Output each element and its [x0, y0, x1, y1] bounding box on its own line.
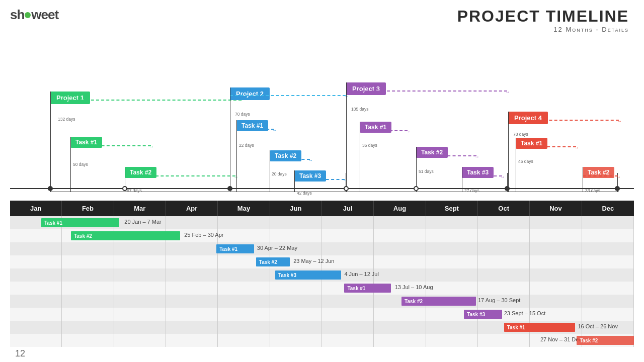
main-title: Project Timeline — [457, 7, 629, 26]
table-row: Task #1 20 Jan – 7 Mar — [10, 216, 634, 229]
timeline-bar — [10, 188, 634, 189]
task-date-p3t1: 13 Jul – 10 Aug — [395, 284, 433, 290]
dot-7 — [615, 186, 620, 191]
task-date-p1t2: 25 Feb – 30 Apr — [184, 232, 223, 238]
task-bar-p1t1: Task #1 — [41, 218, 119, 227]
task-date-p2t3: 4 Jun – 12 Jul — [344, 271, 379, 277]
project3-box: Project 3 — [346, 82, 386, 95]
dot-1 — [48, 186, 53, 191]
month-apr: Apr — [166, 201, 218, 216]
month-nov: Nov — [530, 201, 582, 216]
logo: sh weet — [10, 7, 58, 23]
task-bar-p2t1: Task #1 — [216, 244, 254, 253]
month-jan: Jan — [10, 201, 62, 216]
table-row: Task #2 25 Feb – 30 Apr — [10, 229, 634, 242]
logo-text-before: sh — [10, 7, 24, 23]
dot-6 — [505, 186, 510, 191]
subtitle: 12 Months - Details — [457, 26, 629, 33]
task-bar-p1t2: Task #2 — [71, 231, 180, 240]
project4-box: Project 4 — [508, 112, 548, 124]
month-feb: Feb — [62, 201, 114, 216]
task-date-p1t1: 20 Jan – 7 Mar — [124, 219, 161, 225]
dot-4 — [344, 186, 349, 191]
p1-days: 132 days — [58, 117, 75, 122]
title-area: Project Timeline 12 Months - Details — [457, 7, 629, 33]
task-bar-p3t1: Task #1 — [344, 284, 391, 293]
task-date-p2t1: 30 Apr – 22 May — [257, 245, 297, 251]
page-number: 12 — [15, 348, 25, 359]
month-mar: Mar — [114, 201, 166, 216]
task-bar-p4t2: Task #2 — [577, 336, 634, 345]
task-bar-p3t3: Task #3 — [464, 310, 502, 319]
task-date-p4t2-left: 27 Nov – 31 Dec — [540, 336, 582, 342]
task-bar-p2t3: Task #3 — [275, 270, 341, 280]
table-row: Task #2 17 Aug – 30 Sept — [10, 295, 634, 308]
project2-box: Project 2 — [230, 87, 270, 100]
task-bar-p4t1: Task #1 — [504, 323, 576, 332]
table-row: Task #3 23 Sept – 15 Oct — [10, 308, 634, 321]
month-aug: Aug — [374, 201, 426, 216]
dot-5 — [414, 186, 419, 191]
task-date-p2t2: 23 May – 12 Jun — [293, 258, 334, 264]
task-rows-container: Task #1 20 Jan – 7 Mar Task #2 25 Feb – … — [10, 216, 634, 347]
p1-hbracket — [50, 192, 242, 192]
dot-3 — [227, 186, 232, 191]
month-sept: Sept — [426, 201, 478, 216]
table-row: Task #2 23 May – 12 Jun — [10, 255, 634, 268]
month-jun: Jun — [270, 201, 322, 216]
table-row: Task #1 16 Oct – 26 Nov — [10, 321, 634, 334]
task-bar-p2t2: Task #2 — [256, 257, 290, 266]
month-jul: Jul — [322, 201, 374, 216]
table-row: 27 Nov – 31 Dec Task #2 — [10, 334, 634, 347]
table-row: Task #1 13 Jul – 10 Aug — [10, 282, 634, 295]
month-header: Jan Feb Mar Apr May Jun Jul Aug Sept Oct… — [10, 201, 634, 216]
bottom-table: Jan Feb Mar Apr May Jun Jul Aug Sept Oct… — [10, 201, 634, 347]
task-date-p4t1: 16 Oct – 26 Nov — [578, 323, 618, 329]
project1-box: Project 1 — [50, 92, 90, 104]
p1-t1-dashed — [70, 145, 151, 146]
month-oct: Oct — [478, 201, 530, 216]
p1-dashed — [50, 100, 242, 101]
task-bar-p3t2: Task #2 — [401, 297, 476, 306]
task-date-p3t3: 23 Sept – 15 Oct — [504, 310, 546, 316]
table-row: Task #3 4 Jun – 12 Jul — [10, 268, 634, 282]
gantt-area: Project 1 → 132 days Task #1 → 50 days T… — [10, 37, 634, 198]
header: sh weet Project Timeline 12 Months - Det… — [0, 0, 644, 33]
month-dec: Dec — [582, 201, 634, 216]
table-row: Task #1 30 Apr – 22 May — [10, 242, 634, 255]
task-date-p3t2: 17 Aug – 30 Sept — [478, 297, 520, 303]
dot-2 — [122, 186, 127, 191]
logo-dot — [25, 12, 31, 18]
month-may: May — [218, 201, 270, 216]
logo-text-after: weet — [31, 7, 58, 23]
